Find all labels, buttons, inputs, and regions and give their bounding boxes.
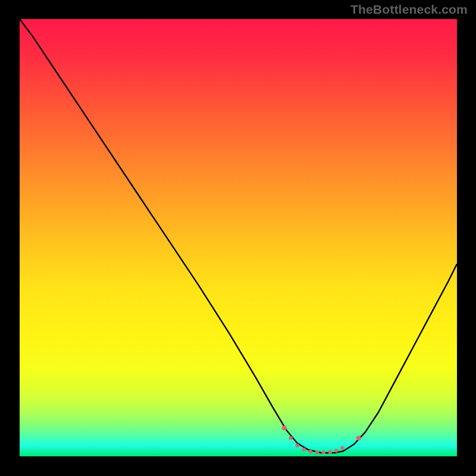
chart-container: TheBottleneck.com <box>0 0 476 476</box>
marker-dot <box>309 450 312 453</box>
watermark-text: TheBottleneck.com <box>350 2 468 17</box>
marker-dot <box>340 446 344 450</box>
marker-dot <box>302 447 306 451</box>
marker-dot <box>322 450 325 454</box>
marker-dot <box>328 450 332 453</box>
marker-dot <box>296 443 299 447</box>
marker-dot <box>282 425 287 430</box>
bottleneck-chart <box>0 0 476 476</box>
marker-dot <box>334 449 338 452</box>
plot-background <box>20 19 457 456</box>
marker-dot <box>289 436 293 440</box>
marker-dot <box>356 436 361 440</box>
marker-dot <box>315 450 319 454</box>
